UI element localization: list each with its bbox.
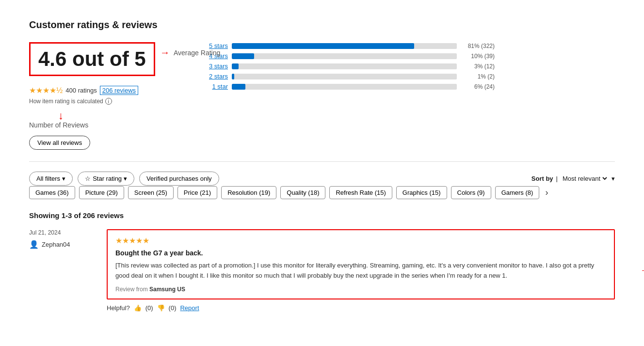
bar-fill: [232, 84, 245, 90]
star-bar-row: 4 stars 10% (39): [204, 52, 495, 60]
view-all-reviews-button[interactable]: View all reviews: [29, 136, 90, 150]
all-filters-button[interactable]: All filters ▾: [29, 172, 73, 186]
section-title: Customer ratings & reviews: [29, 19, 615, 31]
tag-pill[interactable]: Screen (25): [128, 186, 174, 199]
chevron-down-icon: ▾: [62, 175, 65, 182]
review-text: [This review was collected as part of a …: [115, 261, 606, 281]
bar-background: [232, 74, 457, 79]
bar-background: [232, 43, 457, 49]
number-of-reviews-annotation: ↓ Number of Reviews: [29, 110, 175, 129]
reviewer: 👤 Zephan04: [29, 240, 97, 249]
tags-more-button[interactable]: ›: [543, 186, 550, 200]
tag-pill[interactable]: Gamers (8): [495, 186, 540, 199]
star-display: ★★★★½: [29, 86, 63, 95]
sort-by-label: Sort by: [531, 175, 553, 182]
star-bar-row: 5 stars 81% (322): [204, 42, 495, 49]
verified-label: Verified purchases only: [146, 175, 211, 182]
thumbs-up-count: (0): [145, 304, 153, 312]
bar-percentage: 3% (12): [461, 63, 495, 70]
review-title: Bought the G7 a year back.: [115, 249, 606, 257]
tag-pill[interactable]: Colors (9): [451, 186, 491, 199]
tags-row: Games (36)Picture (29)Screen (25)Price (…: [29, 186, 615, 200]
average-rating-annotation-text: Average Rating: [174, 49, 220, 57]
average-rating-annotation: Average Rating: [160, 47, 220, 58]
bar-fill: [232, 63, 239, 69]
divider: [29, 161, 615, 162]
reviews-list: Jul 21, 2024 👤 Zephan04 ★★★★★ Bought the…: [29, 229, 615, 312]
bar-label[interactable]: 2 stars: [204, 73, 228, 80]
reviews-link[interactable]: 206 reviews: [100, 86, 138, 95]
average-rating-box: 4.6 out of 5: [29, 42, 155, 76]
filters-left: All filters ▾ ☆ Star rating ▾ Verified p…: [29, 172, 219, 186]
reviewer-name: Zephan04: [42, 241, 70, 248]
bar-fill: [232, 74, 234, 79]
review-item: Jul 21, 2024 👤 Zephan04 ★★★★★ Bought the…: [29, 229, 615, 312]
individual-review-annotation: → Individual Review Text: [640, 264, 644, 277]
bar-percentage: 10% (39): [461, 53, 495, 60]
tag-pill[interactable]: Picture (29): [79, 186, 124, 199]
review-source: Review from Samsung US: [115, 286, 606, 293]
review-body: ★★★★★ Bought the G7 a year back. [This r…: [107, 229, 615, 299]
user-icon: 👤: [29, 240, 39, 249]
sort-select[interactable]: Most relevant Newest Highest rated Lowes…: [561, 174, 609, 183]
star-bar-row: 1 star 6% (24): [204, 83, 495, 90]
helpful-row: Helpful? 👍 (0) 👎 (0) Report: [107, 304, 615, 312]
filters-sort-wrapper: All filters ▾ ☆ Star rating ▾ Verified p…: [29, 172, 615, 186]
bar-fill: [232, 43, 414, 49]
sort-row: Sort by | Most relevant Newest Highest r…: [531, 174, 615, 183]
review-date: Jul 21, 2024: [29, 229, 97, 236]
rating-summary: 4.6 out of 5 Average Rating ★★★★½ 400 ra…: [29, 42, 615, 150]
how-calculated-text: How item rating is calculated: [29, 98, 103, 105]
star-icon-outline: ☆: [85, 175, 91, 182]
bar-percentage: 6% (24): [461, 83, 495, 90]
tag-pill[interactable]: Resolution (19): [221, 186, 276, 199]
review-source-name: Samsung US: [149, 286, 185, 293]
tag-pill[interactable]: Games (36): [29, 186, 75, 199]
average-rating-value: 4.6 out of 5: [38, 47, 146, 70]
thumbs-down-count: (0): [169, 304, 177, 312]
tag-pill[interactable]: Quality (18): [280, 186, 325, 199]
thumbs-down-icon: 👎: [157, 304, 165, 312]
bar-percentage: 81% (322): [461, 43, 495, 49]
thumbs-up-icon: 👍: [134, 304, 142, 312]
review-stars: ★★★★★: [115, 236, 606, 245]
bar-background: [232, 84, 457, 90]
bar-percentage: 1% (2): [461, 73, 495, 80]
chevron-down-icon-2: ▾: [124, 175, 127, 182]
sort-pipe: |: [556, 175, 558, 182]
star-bar-row: 2 stars 1% (2): [204, 73, 495, 80]
bar-label[interactable]: 3 stars: [204, 63, 228, 70]
total-ratings: 400 ratings: [65, 87, 97, 94]
bar-background: [232, 63, 457, 69]
stars-row: ★★★★½ 400 ratings 206 reviews: [29, 86, 175, 95]
star-bars-section: 5 stars 81% (322) 4 stars 10% (39) 3 sta…: [204, 42, 495, 93]
how-calculated: How item rating is calculated i: [29, 98, 175, 105]
star-bar-row: 3 stars 3% (12): [204, 63, 495, 70]
star-rating-label: Star rating: [93, 175, 122, 182]
rating-left: 4.6 out of 5 Average Rating ★★★★½ 400 ra…: [29, 42, 175, 150]
tag-pill[interactable]: Price (21): [177, 186, 217, 199]
bar-label[interactable]: 1 star: [204, 83, 228, 90]
bar-fill: [232, 53, 254, 59]
review-meta: Jul 21, 2024 👤 Zephan04: [29, 229, 97, 312]
bar-background: [232, 53, 457, 59]
tag-pill[interactable]: Refresh Rate (15): [329, 186, 392, 199]
annotation-arrow-icon: →: [640, 264, 644, 277]
helpful-label: Helpful?: [107, 304, 130, 312]
tag-pill[interactable]: Graphics (15): [396, 186, 447, 199]
verified-filter-button[interactable]: Verified purchases only: [139, 172, 219, 186]
star-rating-button[interactable]: ☆ Star rating ▾: [78, 172, 134, 186]
report-link[interactable]: Report: [180, 304, 199, 312]
info-icon: i: [105, 98, 112, 105]
all-filters-label: All filters: [36, 175, 60, 182]
showing-count: Showing 1-3 of 206 reviews: [29, 211, 615, 220]
sort-chevron-icon: ▾: [612, 175, 615, 182]
number-of-reviews-label: Number of Reviews: [29, 121, 88, 129]
